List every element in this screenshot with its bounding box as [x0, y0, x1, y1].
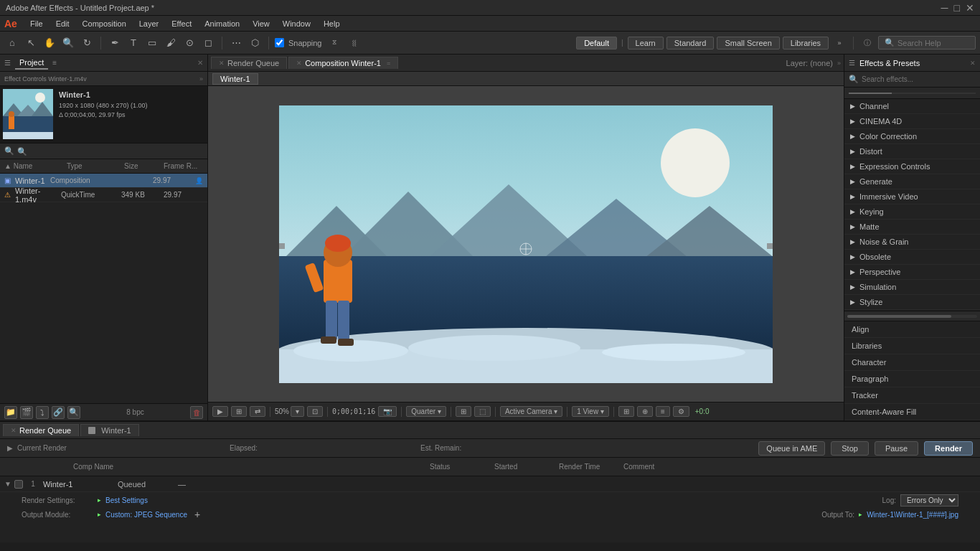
effect-controls-expand[interactable]: »: [199, 75, 203, 83]
switch-btn[interactable]: ⇄: [250, 406, 265, 417]
libraries-panel[interactable]: Libraries: [844, 338, 980, 354]
effect-keying[interactable]: ▶ Keying: [844, 204, 980, 220]
effect-generate[interactable]: ▶ Generate: [844, 174, 980, 189]
render-queue-tab-top[interactable]: ✕ Render Queue: [211, 57, 287, 69]
effect-simulation[interactable]: ▶ Simulation: [844, 280, 980, 295]
project-tab[interactable]: Project: [15, 57, 48, 70]
blend-btn[interactable]: ⊕: [637, 406, 653, 417]
search-help-input[interactable]: [897, 39, 969, 47]
type-tool[interactable]: T: [126, 35, 141, 51]
pen-tool[interactable]: ✒: [107, 35, 123, 51]
project-search-input[interactable]: [17, 147, 203, 156]
effect-expression-controls[interactable]: ▶ Expression Controls: [844, 159, 980, 174]
menu-layer[interactable]: Layer: [133, 18, 165, 29]
character-panel[interactable]: Character: [844, 354, 980, 371]
puppet-tool[interactable]: ⋯: [228, 35, 244, 51]
home-tool[interactable]: ⌂: [4, 35, 20, 51]
project-row-m4v[interactable]: ⚠ Winter-1.m4v QuickTime 349 KB 29.97: [0, 188, 207, 202]
shape-tool[interactable]: ▭: [144, 35, 160, 51]
minimize-btn[interactable]: ─: [941, 2, 948, 14]
rotate-tool[interactable]: ↻: [79, 35, 95, 51]
panel-menu-icon[interactable]: ☰: [4, 59, 11, 67]
playback-controls-btn[interactable]: ▶: [212, 406, 228, 417]
snap-options[interactable]: ⧖: [326, 35, 342, 51]
import-btn[interactable]: ⤵: [36, 406, 49, 419]
rq-close-icon[interactable]: ✕: [11, 427, 17, 434]
workspace-small-screen[interactable]: Small Screen: [717, 37, 779, 50]
paragraph-panel[interactable]: Paragraph: [844, 371, 980, 387]
rq-row-expand[interactable]: ▼: [4, 480, 11, 488]
effects-menu-icon[interactable]: ☰: [849, 59, 855, 67]
effect-cinema4d[interactable]: ▶ CINEMA 4D: [844, 114, 980, 129]
output-module-value[interactable]: Custom: JPEG Sequence: [105, 511, 187, 519]
close-btn[interactable]: ✕: [966, 2, 974, 14]
effect-perspective[interactable]: ▶ Perspective: [844, 265, 980, 280]
view-layout-dropdown[interactable]: 1 View ▾: [572, 406, 609, 417]
menu-effect[interactable]: Effect: [166, 18, 197, 29]
composition-tab[interactable]: ✕ Composition Winter-1 =: [288, 57, 398, 69]
info-btn[interactable]: ⓘ: [859, 35, 875, 51]
effect-noise-grain[interactable]: ▶ Noise & Grain: [844, 235, 980, 250]
render-btn[interactable]: Render: [924, 441, 973, 456]
magnet-icon[interactable]: ⧛: [347, 35, 362, 51]
stamp-tool[interactable]: ⊙: [182, 35, 197, 51]
view-options-btn[interactable]: ⊞: [618, 406, 634, 417]
winter1-comp-tab[interactable]: Winter-1: [80, 424, 139, 436]
effect-channel[interactable]: ▶ Channel: [844, 99, 980, 114]
menu-file[interactable]: File: [24, 18, 49, 29]
search-project-btn[interactable]: 🔍: [67, 406, 80, 419]
workspace-standard[interactable]: Standard: [666, 37, 715, 50]
viewport[interactable]: [208, 86, 844, 402]
snapping-checkbox[interactable]: [275, 38, 284, 47]
fit-btn[interactable]: ⊡: [307, 406, 323, 417]
brush-tool[interactable]: 🖌: [163, 35, 179, 51]
stop-btn[interactable]: Stop: [831, 441, 869, 456]
workspace-more[interactable]: »: [831, 35, 847, 51]
menu-composition[interactable]: Composition: [77, 18, 132, 29]
menu-edit[interactable]: Edit: [50, 18, 75, 29]
pause-btn[interactable]: Pause: [875, 441, 918, 456]
new-folder-btn[interactable]: 📁: [4, 406, 17, 419]
effect-stylize[interactable]: ▶ Stylize: [844, 295, 980, 310]
output-to-path[interactable]: Winter-1\Winter-1_[####].jpg: [867, 511, 958, 519]
hand-tool[interactable]: ✋: [42, 35, 57, 51]
queue-in-ame-btn[interactable]: Queue in AME: [758, 441, 825, 456]
log-dropdown[interactable]: Errors Only: [900, 494, 958, 507]
sort-arrow[interactable]: ▲: [4, 162, 11, 170]
window-controls[interactable]: ─ □ ✕: [941, 2, 974, 14]
output-to-arrow[interactable]: ▸: [859, 511, 862, 518]
effect-obsolete[interactable]: ▶ Obsolete: [844, 250, 980, 265]
grid-btn[interactable]: ⊞: [456, 406, 471, 417]
output-module-arrow[interactable]: ▸: [98, 511, 101, 518]
render-settings-arrow[interactable]: ▸: [98, 496, 101, 504]
effect-immersive-video[interactable]: ▶ Immersive Video: [844, 189, 980, 204]
new-comp-btn[interactable]: 🎬: [20, 406, 33, 419]
render-queue-tab[interactable]: ✕ Render Queue: [3, 424, 79, 436]
camera-tool[interactable]: ⬡: [247, 35, 263, 51]
effect-matte[interactable]: ▶ Matte: [844, 220, 980, 235]
workspace-learn[interactable]: Learn: [628, 37, 664, 50]
settings-btn[interactable]: ⚙: [673, 406, 689, 417]
expand-current-render[interactable]: ▶: [7, 444, 13, 452]
dependencies-btn[interactable]: 🔗: [52, 406, 65, 419]
rq-row-checkbox[interactable]: [14, 480, 23, 489]
effect-color-correction[interactable]: ▶ Color Correction: [844, 129, 980, 144]
frame-controls-btn[interactable]: ⊞: [231, 406, 247, 417]
transparency-btn[interactable]: ⬚: [474, 406, 491, 417]
winter-tab[interactable]: Winter-1: [212, 73, 258, 85]
effects-close[interactable]: ✕: [970, 60, 976, 67]
comp-close-icon[interactable]: »: [837, 60, 841, 67]
menu-help[interactable]: Help: [318, 18, 346, 29]
zoom-dropdown[interactable]: ▾: [291, 406, 304, 417]
menu-animation[interactable]: Animation: [199, 18, 245, 29]
content-aware-fill-panel[interactable]: Content-Aware Fill: [844, 404, 980, 420]
eraser-tool[interactable]: ◻: [200, 35, 216, 51]
zoom-tool[interactable]: 🔍: [60, 35, 76, 51]
select-tool[interactable]: ↖: [23, 35, 39, 51]
quality-dropdown[interactable]: Quarter ▾: [406, 406, 446, 417]
panel-close[interactable]: ✕: [197, 59, 203, 67]
rq-tab-close[interactable]: ✕: [219, 60, 225, 67]
delete-btn[interactable]: 🗑: [190, 406, 203, 419]
camera-btn[interactable]: 📷: [378, 406, 397, 417]
workspace-libraries[interactable]: Libraries: [783, 37, 829, 50]
